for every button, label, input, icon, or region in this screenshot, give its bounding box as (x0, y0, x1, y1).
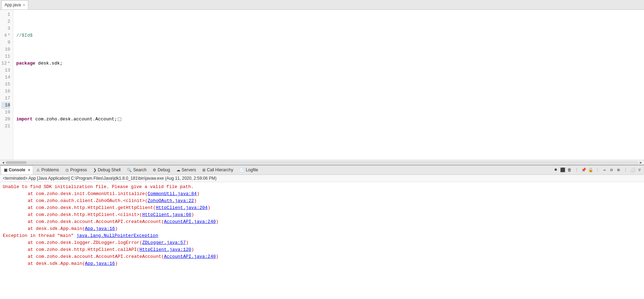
console-line-4: at com.zoho.desk.http.HttpClient.<clinit… (3, 211, 641, 218)
separator3: | (622, 167, 629, 173)
console-tab-bar: ▣ Console × ⚠ Problems ◷ Progress ❯ Debu… (0, 165, 644, 175)
tab-progress[interactable]: ◷ Progress (62, 165, 90, 174)
console-line-5: at com.zoho.desk.account.AccountAPI.crea… (3, 218, 641, 225)
search-icon: 🔍 (127, 168, 132, 172)
code-container: 1 2 3 4 9 10 11 12 13 14 15 16 17 18 19 … (0, 10, 644, 160)
link-6[interactable]: App.java:16 (85, 226, 115, 231)
ln-18: 18 (1, 102, 10, 109)
scrollbar-thumb[interactable] (6, 161, 27, 164)
scroll-right-icon[interactable]: ▶ (638, 160, 643, 165)
tab-logfile-label: Logfile (246, 167, 258, 172)
link-5[interactable]: AccountAPI.java:240 (164, 219, 216, 224)
link-4[interactable]: HttpClient.java:60 (142, 212, 191, 217)
app-java-tab[interactable]: App.java × (1, 0, 28, 9)
tab-logfile[interactable]: 📄 Logfile (236, 165, 261, 174)
ln-9: 9 (1, 39, 10, 46)
tab-debug[interactable]: ⚙ Debug (150, 165, 173, 174)
tab-servers-label: Servers (182, 167, 196, 172)
console-line-6: at desk.sdk.App.main(App.java:16) (3, 225, 641, 232)
servers-icon: ☁ (176, 168, 180, 172)
code-line-9 (16, 144, 641, 151)
console-header-text: <terminated> App [Java Application] C:\P… (3, 176, 217, 181)
stop-btn[interactable]: ■ (552, 167, 559, 173)
terminate-btn[interactable]: ⬛ (559, 167, 566, 173)
ln-3: 3 (1, 25, 10, 32)
scroll-left-icon[interactable]: ◀ (1, 160, 6, 165)
console-line-8: at com.zoho.desk.logger.ZDLogger.logErro… (3, 239, 641, 246)
editor-scrollbar[interactable]: ◀ ▶ (0, 160, 644, 165)
debug-shell-icon: ❯ (93, 168, 96, 172)
console-section: ▣ Console × ⚠ Problems ◷ Progress ❯ Debu… (0, 165, 644, 299)
console-line-2: at com.zoho.oauth.client.ZohoOAuth.<clin… (3, 197, 641, 204)
open-console-btn[interactable]: ⊟ (608, 167, 615, 173)
link-9[interactable]: AccountAPI.java:240 (164, 254, 216, 259)
scrollbar-track[interactable] (6, 161, 638, 164)
link-1[interactable]: CommonUtil.java:84 (147, 191, 196, 196)
code-line-3 (16, 88, 641, 95)
ln-11: 11 (1, 53, 10, 60)
link-3[interactable]: HttpClient.java:204 (156, 205, 208, 210)
ln-10: 10 (1, 46, 10, 53)
progress-icon: ◷ (65, 168, 69, 172)
console-header: <terminated> App [Java Application] C:\P… (0, 175, 644, 182)
link-8[interactable]: HttpClient.java:120 (139, 247, 191, 252)
tab-servers[interactable]: ☁ Servers (173, 165, 199, 174)
console-line-11: at desk.sdk.App.main(App.java:16) (3, 260, 641, 267)
tab-problems[interactable]: ⚠ Problems (33, 165, 62, 174)
tab-search-label: Search (133, 167, 146, 172)
ln-2: 2 (1, 18, 10, 25)
logfile-icon: 📄 (239, 168, 244, 172)
ln-20: 20 (1, 116, 10, 123)
tab-label: App.java (5, 2, 21, 7)
console-line-7: Exception in thread "main" java.lang.Nul… (3, 232, 641, 239)
ln-19: 19 (1, 109, 10, 116)
tab-call-hierarchy[interactable]: ⊞ Call Hierarchy (199, 165, 236, 174)
tab-call-hierarchy-label: Call Hierarchy (207, 167, 233, 172)
console-line-0: Unable to find SDK initialization file. … (3, 184, 641, 190)
ln-14: 14 (1, 74, 10, 81)
tab-debug-shell-label: Debug Shell (98, 167, 121, 172)
code-line-2: package desk.sdk; (16, 60, 641, 67)
ln-16: 16 (1, 88, 10, 95)
separator2: | (594, 167, 601, 173)
code-line-1: //$Id$ (16, 32, 641, 39)
pin-btn[interactable]: 📌 (580, 167, 587, 173)
minimize-btn[interactable]: ▽ (636, 167, 643, 173)
debug-icon: ⚙ (153, 168, 156, 172)
console-toolbar: ■ ⬛ 🗑 | 📌 🔒 | ⇔ ⊟ ⊞ | ⬜ ▽ (552, 165, 643, 174)
import-expand-icon[interactable] (118, 118, 121, 121)
tab-console[interactable]: ▣ Console × (1, 165, 33, 174)
ln-21: 21 (1, 123, 10, 130)
editor-tab-bar: App.java × (0, 0, 644, 10)
tab-problems-label: Problems (41, 167, 59, 172)
ln-13: 13 (1, 67, 10, 74)
console-output[interactable]: Unable to find SDK initialization file. … (0, 182, 644, 299)
close-icon[interactable]: × (23, 3, 25, 7)
console-line-10: at com.zoho.desk.account.AccountAPI.crea… (3, 253, 641, 260)
problems-icon: ⚠ (36, 168, 40, 172)
tab-debug-shell[interactable]: ❯ Debug Shell (90, 165, 124, 174)
link-7[interactable]: ZDLogger.java:57 (142, 240, 186, 245)
ln-1: 1 (1, 11, 10, 18)
code-line-4: import com.zoho.desk.account.Account; (16, 116, 641, 123)
scroll-lock-btn[interactable]: 🔒 (587, 167, 594, 173)
console-icon: ▣ (4, 168, 7, 172)
ln-15: 15 (1, 81, 10, 88)
separator1: | (573, 167, 580, 173)
console-line-3: at com.zoho.desk.http.HttpClient.getHttp… (3, 204, 641, 211)
console-line-9: at com.zoho.desk.http.HttpClient.callAPI… (3, 246, 641, 253)
new-console-btn[interactable]: ⊞ (615, 167, 622, 173)
word-wrap-btn[interactable]: ⇔ (601, 167, 608, 173)
console-line-1: at com.zoho.desk.init.CommonUtil.initial… (3, 190, 641, 197)
maximize-btn[interactable]: ⬜ (629, 167, 636, 173)
line-numbers: 1 2 3 4 9 10 11 12 13 14 15 16 17 18 19 … (0, 10, 13, 160)
code-content: //$Id$ package desk.sdk; import com.zoho… (13, 10, 644, 160)
clear-btn[interactable]: 🗑 (566, 167, 573, 173)
console-close-icon[interactable]: × (28, 168, 30, 172)
code-editor[interactable]: 1 2 3 4 9 10 11 12 13 14 15 16 17 18 19 … (0, 10, 644, 160)
tab-search[interactable]: 🔍 Search (124, 165, 150, 174)
link-2[interactable]: ZohoOAuth.java:22 (147, 198, 194, 203)
call-hierarchy-icon: ⊞ (202, 168, 205, 172)
link-npe[interactable]: java.lang.NullPointerException (77, 233, 158, 238)
link-10[interactable]: App.java:16 (85, 261, 115, 266)
